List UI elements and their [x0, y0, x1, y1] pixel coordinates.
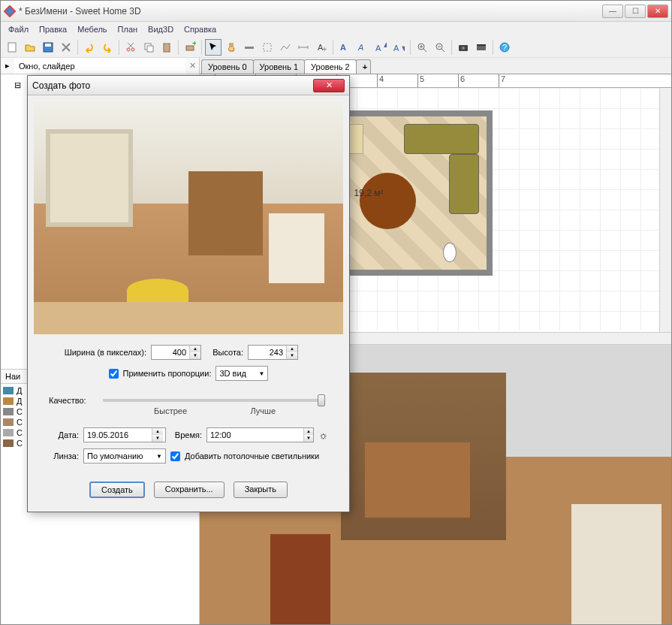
create-text-icon[interactable]: A+ [313, 39, 330, 56]
toolbar: + A+ A A A▲ A▼ ? [1, 37, 671, 58]
svg-rect-28 [477, 44, 486, 46]
preview-window [46, 129, 132, 227]
level-tabs: Уровень 0 Уровень 1 Уровень 2 + [200, 58, 671, 74]
preferences-icon[interactable] [58, 39, 74, 56]
decrease-text-icon[interactable]: A▼ [390, 39, 407, 56]
room-area-label: 19,2 м² [354, 188, 384, 198]
furniture-sofa-h[interactable] [404, 124, 479, 154]
menu-file[interactable]: Файл [4, 23, 33, 35]
minimize-button[interactable]: — [602, 5, 623, 18]
create-rooms-icon[interactable] [259, 39, 276, 56]
photo-preview [34, 101, 343, 334]
dialog-titlebar[interactable]: Создать фото ✕ [28, 76, 349, 95]
cut-icon[interactable] [122, 39, 139, 56]
svg-text:A: A [357, 43, 363, 52]
height-spinner[interactable]: ▲▼ [248, 345, 298, 360]
create-walls-icon[interactable] [241, 39, 258, 56]
date-spinner[interactable]: ▲▼ [83, 427, 166, 442]
menubar: Файл Правка Мебель План Вид3D Справка [1, 22, 671, 37]
help-icon[interactable]: ? [496, 39, 513, 56]
copy-icon[interactable] [140, 39, 157, 56]
plan-scrollbar-v[interactable] [659, 88, 671, 332]
titlebar[interactable]: * БезИмени - Sweet Home 3D — ☐ ✕ [1, 1, 671, 22]
preview-chair [269, 213, 324, 283]
close-button[interactable]: ✕ [647, 5, 668, 18]
text-bold-icon[interactable]: A [336, 39, 353, 56]
window-title: * БезИмени - Sweet Home 3D [19, 6, 602, 17]
3d-chair2 [571, 504, 661, 624]
svg-rect-13 [245, 47, 254, 49]
ceiling-lights-label: Добавить потолочные светильники [185, 451, 319, 460]
paste-icon[interactable] [158, 39, 175, 56]
svg-point-5 [127, 48, 130, 51]
3d-desk [365, 442, 470, 518]
photo-dialog: Создать фото ✕ Ширина (в пикселах): ▲▼ В… [27, 75, 350, 512]
tree-toggle-icon[interactable]: ▸ [1, 61, 14, 71]
svg-rect-10 [165, 43, 168, 45]
sun-icon[interactable]: ☼ [318, 429, 328, 441]
furniture-sofa-v[interactable] [449, 154, 479, 214]
height-label: Высота: [206, 348, 243, 357]
view-mode-combo[interactable]: 3D вид▼ [215, 366, 268, 381]
create-button[interactable]: Создать [89, 482, 145, 498]
app-icon [4, 5, 16, 17]
dialog-close-button[interactable]: ✕ [313, 79, 345, 92]
pan-icon[interactable] [223, 39, 240, 56]
dialog-title: Создать фото [32, 80, 313, 91]
select-icon[interactable] [205, 39, 221, 56]
menu-plan[interactable]: План [113, 23, 143, 35]
lens-label: Линза: [49, 451, 79, 460]
apply-ratio-label: Применить пропорции: [123, 369, 212, 378]
date-label: Дата: [49, 430, 79, 439]
apply-ratio-checkbox[interactable] [109, 369, 119, 379]
lens-combo[interactable]: По умолчанию▼ [83, 448, 166, 463]
increase-text-icon[interactable]: A▲ [372, 39, 389, 56]
zoom-out-icon[interactable] [432, 39, 448, 56]
open-icon[interactable] [22, 39, 38, 56]
maximize-button[interactable]: ☐ [625, 5, 646, 18]
width-spinner[interactable]: ▲▼ [151, 345, 201, 360]
redo-icon[interactable] [99, 39, 116, 56]
video-icon[interactable] [473, 39, 490, 56]
menu-view3d[interactable]: Вид3D [143, 23, 178, 35]
svg-text:A: A [375, 44, 381, 53]
svg-text:+: + [322, 44, 327, 53]
zoom-in-icon[interactable] [414, 39, 430, 56]
svg-point-26 [462, 47, 465, 50]
svg-text:+: + [192, 41, 196, 47]
create-polyline-icon[interactable] [277, 39, 294, 56]
menu-help[interactable]: Справка [179, 23, 221, 35]
undo-icon[interactable] [81, 39, 98, 56]
quality-slider[interactable] [103, 399, 325, 402]
close-dialog-button[interactable]: Закрыть [234, 482, 288, 498]
3d-chair1 [270, 534, 330, 624]
svg-rect-4 [45, 44, 51, 47]
time-spinner[interactable]: ▲▼ [206, 427, 314, 442]
text-italic-icon[interactable]: A [354, 39, 371, 56]
preview-desk [188, 171, 263, 255]
new-icon[interactable] [4, 39, 20, 56]
tab-level-2[interactable]: Уровень 2 [304, 59, 357, 74]
add-furniture-icon[interactable]: + [182, 39, 198, 56]
svg-text:A: A [393, 44, 399, 53]
furniture-table[interactable] [360, 173, 416, 229]
save-icon[interactable] [40, 39, 56, 56]
search-clear-icon[interactable]: ✕ [185, 61, 199, 71]
tab-level-0[interactable]: Уровень 0 [201, 59, 254, 74]
save-button[interactable]: Сохранить... [154, 482, 225, 498]
ceiling-lights-checkbox[interactable] [170, 451, 180, 461]
photo-icon[interactable] [455, 39, 472, 56]
tab-level-1[interactable]: Уровень 1 [253, 59, 306, 74]
create-dimensions-icon[interactable] [295, 39, 312, 56]
svg-text:▼: ▼ [400, 44, 405, 53]
svg-text:▲: ▲ [382, 41, 387, 49]
tab-add-level[interactable]: + [356, 59, 371, 74]
preview-table [127, 279, 188, 302]
svg-text:A: A [340, 43, 346, 52]
quality-better-label: Лучше [250, 406, 276, 415]
svg-text:?: ? [502, 43, 507, 52]
menu-furniture[interactable]: Мебель [73, 23, 111, 35]
camera-icon[interactable] [443, 243, 457, 262]
catalog-search-input[interactable] [14, 58, 185, 74]
menu-edit[interactable]: Правка [35, 23, 71, 35]
